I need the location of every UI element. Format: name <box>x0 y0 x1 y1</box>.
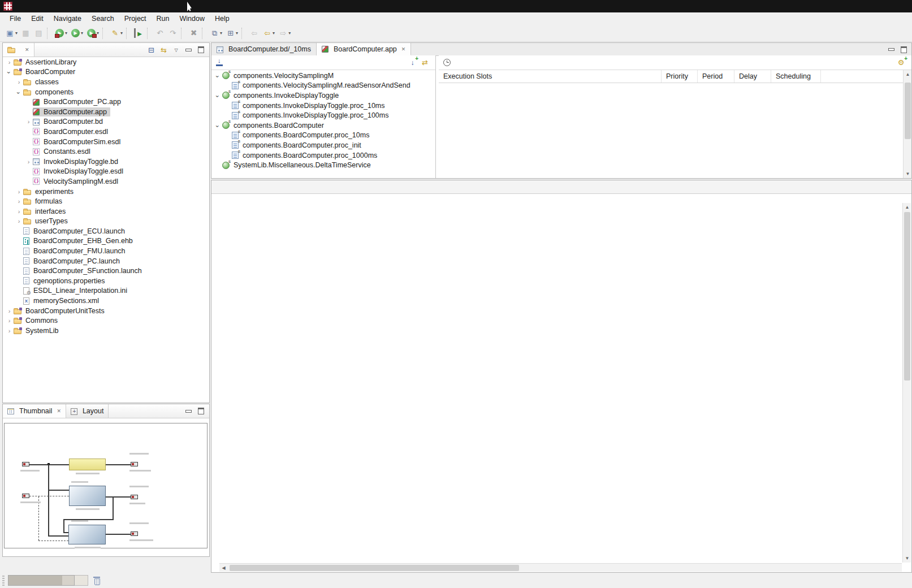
explorer-item-assertionlibrary[interactable]: ›AssertionLibrary <box>3 57 209 67</box>
collapse-toggle-icon[interactable]: › <box>214 122 221 131</box>
heap-status[interactable] <box>8 575 75 586</box>
editor-tab-boardcomputer-bd-10ms[interactable]: BoardComputer.bd/_10ms <box>211 43 317 55</box>
step-run-button[interactable] <box>132 27 145 39</box>
add-entry-point-button[interactable] <box>407 57 418 68</box>
explorer-item-boardcomputer-esdl[interactable]: BoardComputer.esdl <box>3 127 209 137</box>
dropdown-arrow-icon[interactable]: ▾ <box>120 31 123 36</box>
tab-project-explorer[interactable]: ✕ <box>3 43 34 57</box>
explorer-item-experiments[interactable]: ›experiments <box>3 187 209 197</box>
explorer-item-boardcomputer-pc-launch[interactable]: BoardComputer_PC.launch <box>3 256 209 266</box>
menu-window[interactable]: Window <box>175 14 210 24</box>
explorer-item-boardcomputer-fmu-launch[interactable]: BoardComputer_FMU.launch <box>3 246 209 256</box>
maximize-button[interactable] <box>898 44 910 55</box>
back-button[interactable]: ▾ <box>261 27 276 39</box>
explorer-item-boardcomputer[interactable]: ›BoardComputer <box>3 67 209 77</box>
dropdown-arrow-icon[interactable]: ▾ <box>65 31 67 36</box>
scrollbar-thumb[interactable] <box>230 565 519 571</box>
run-button[interactable]: ▾ <box>69 27 85 39</box>
explorer-item-cgenoptions-properties[interactable]: cgenoptions.properties <box>3 276 209 286</box>
explorer-item-boardcomputer-pc-app[interactable]: BoardComputer_PC.app <box>3 97 209 107</box>
run-experiment-button[interactable]: ▾ <box>85 27 101 39</box>
explorer-item-boardcomputer-sfunction-launch[interactable]: BoardComputer_SFunction.launch <box>3 266 209 276</box>
expand-toggle-icon[interactable]: › <box>24 158 33 165</box>
undo-button[interactable] <box>153 27 166 39</box>
expand-toggle-icon[interactable]: › <box>15 79 23 85</box>
diagram-block[interactable] <box>68 525 106 544</box>
minimize-button[interactable] <box>183 405 194 417</box>
maximize-button[interactable] <box>195 44 207 56</box>
dropdown-arrow-icon[interactable]: ▾ <box>220 31 222 36</box>
explorer-item-memorysections-xml[interactable]: memorySections.xml <box>3 296 209 306</box>
scroll-up-icon[interactable]: ▲ <box>904 70 912 79</box>
editor-tab-boardcomputer-app[interactable]: BoardComputer.app✕ <box>317 43 411 55</box>
entry-point-item-components-velocitysamplingm[interactable]: ›components.VelocitySamplingM <box>212 71 435 81</box>
scroll-down-icon[interactable]: ▼ <box>903 554 911 563</box>
explorer-item-classes[interactable]: ›classes <box>3 77 209 87</box>
menu-run[interactable]: Run <box>152 14 175 24</box>
menu-help[interactable]: Help <box>210 14 235 24</box>
open-resource-button[interactable]: ▾ <box>224 27 240 39</box>
column-header-scheduling[interactable]: Scheduling <box>771 70 820 83</box>
scrollbar-thumb[interactable] <box>905 83 911 139</box>
expand-toggle-icon[interactable]: › <box>5 59 14 66</box>
menu-project[interactable]: Project <box>119 14 152 24</box>
forward-button[interactable]: ▾ <box>276 27 292 39</box>
thumbnail-canvas[interactable] <box>4 423 208 548</box>
entry-point-item-components-boardcomputer-proc-1000ms[interactable]: components.BoardComputer.proc_1000ms <box>212 150 435 161</box>
schedule-vertical-scrollbar[interactable]: ▲ ▼ <box>903 70 911 178</box>
run-garbage-collector-button[interactable] <box>93 576 101 585</box>
entry-point-item-components-boardcomputer-proc-init[interactable]: components.BoardComputer.proc_init <box>212 140 435 150</box>
minimize-button[interactable] <box>183 44 194 56</box>
menu-edit[interactable]: Edit <box>26 14 49 24</box>
expand-toggle-icon[interactable]: › <box>15 208 23 215</box>
scroll-up-icon[interactable]: ▲ <box>903 203 911 211</box>
open-type-button[interactable]: ▾ <box>208 27 224 39</box>
view-menu-button[interactable] <box>170 44 182 56</box>
scrollbar-thumb[interactable] <box>904 212 910 381</box>
explorer-item-invokedisplaytoggle-bd[interactable]: ›InvokeDisplayToggle.bd <box>3 157 209 167</box>
close-icon[interactable]: ✕ <box>57 408 61 414</box>
expand-toggle-icon[interactable]: › <box>24 118 33 125</box>
close-icon[interactable]: ✕ <box>401 46 406 52</box>
dropdown-arrow-icon[interactable]: ▾ <box>273 31 275 36</box>
diagram-block[interactable] <box>69 459 106 470</box>
entry-point-item-components-velocitysamplingm-readsensorandsend[interactable]: components.VelocitySamplingM.readSensorA… <box>212 81 435 91</box>
collapse-toggle-icon[interactable]: › <box>6 68 12 77</box>
redo-button[interactable] <box>166 27 179 39</box>
tab-layout[interactable]: Layout <box>66 404 109 418</box>
explorer-item-boardcomputer-ehb-gen-ehb[interactable]: BoardComputer_EHB_Gen.ehb <box>3 236 209 247</box>
column-header-delay[interactable]: Delay <box>734 70 771 83</box>
entry-point-item-components-invokedisplaytoggle-proc-10ms[interactable]: components.InvokeDisplayToggle.proc_10ms <box>212 101 435 111</box>
filter-button[interactable] <box>419 57 431 68</box>
dropdown-arrow-icon[interactable]: ▾ <box>97 31 99 36</box>
collapse-toggle-icon[interactable]: › <box>214 92 221 101</box>
console-log[interactable] <box>214 203 902 562</box>
wrench-add-button[interactable] <box>895 57 907 68</box>
menu-navigate[interactable]: Navigate <box>49 14 87 24</box>
explorer-item-boardcomputer-ecu-launch[interactable]: BoardComputer_ECU.launch <box>3 226 209 236</box>
diagram-block[interactable] <box>69 486 106 506</box>
explorer-item-commons[interactable]: ›Commons <box>3 315 209 326</box>
link-with-editor-button[interactable] <box>158 44 170 56</box>
expand-toggle-icon[interactable]: › <box>5 317 14 324</box>
minimize-button[interactable] <box>885 44 897 55</box>
menu-search[interactable]: Search <box>87 14 119 24</box>
expand-toggle-icon[interactable]: › <box>15 198 23 205</box>
dropdown-arrow-icon[interactable]: ▾ <box>81 31 83 36</box>
collapse-toggle-icon[interactable]: › <box>214 72 221 81</box>
explorer-item-boardcomputerunittests[interactable]: ›BoardComputerUnitTests <box>3 306 209 316</box>
entry-point-item-components-invokedisplaytoggle-proc-100ms[interactable]: components.InvokeDisplayToggle.proc_100m… <box>212 110 435 120</box>
column-header-period[interactable]: Period <box>697 70 734 83</box>
explorer-item-components[interactable]: ›components <box>3 87 209 97</box>
explorer-item-usertypes[interactable]: ›userTypes <box>3 217 209 227</box>
explorer-item-invokedisplaytoggle-esdl[interactable]: InvokeDisplayToggle.esdl <box>3 167 209 177</box>
new-button[interactable]: ▾ <box>3 27 19 39</box>
stop-button[interactable] <box>187 27 200 39</box>
menu-file[interactable]: File <box>5 14 26 24</box>
maximize-button[interactable] <box>195 405 207 417</box>
column-header-priority[interactable]: Priority <box>661 70 697 83</box>
explorer-item-formulas[interactable]: ›formulas <box>3 196 209 206</box>
save-all-button[interactable] <box>32 27 45 39</box>
console-horizontal-scrollbar[interactable]: ◀ <box>219 563 902 572</box>
entry-point-item-systemlib-miscellaneous-deltatimeservice[interactable]: SystemLib.Miscellaneous.DeltaTimeService <box>212 160 435 170</box>
